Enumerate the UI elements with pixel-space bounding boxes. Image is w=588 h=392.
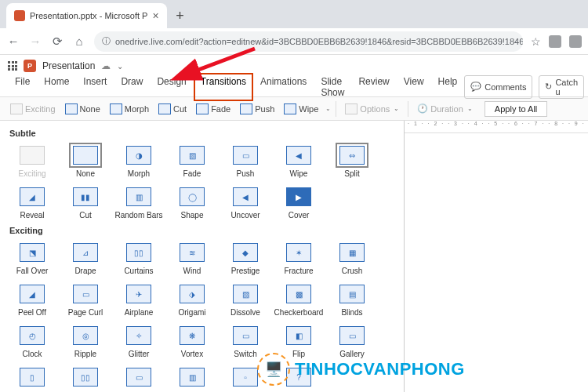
- transition-box[interactable]: ▭Box: [114, 365, 163, 392]
- transition-icon: ⊿: [73, 243, 98, 262]
- app-launcher-icon[interactable]: [8, 61, 17, 71]
- url-field[interactable]: ⓘ onedrive.live.com/edit?action=editnew&…: [94, 31, 523, 52]
- transition-none[interactable]: None: [61, 143, 110, 178]
- menu-help[interactable]: Help: [431, 73, 465, 101]
- transition-flip[interactable]: ◧Flip: [274, 323, 323, 358]
- transition-curtains[interactable]: ▯▯Curtains: [114, 240, 163, 275]
- transition-icon: ◴: [20, 326, 45, 345]
- transition-page-curl[interactable]: ▭Page Curl: [61, 281, 110, 317]
- transition-icon: ▭: [233, 326, 258, 345]
- effect-options-button[interactable]: Options⌄: [341, 102, 403, 116]
- saved-cloud-icon: ☁: [101, 60, 111, 71]
- menu-review[interactable]: Review: [351, 73, 396, 101]
- transition-peel-off[interactable]: ◢Peel Off: [8, 281, 56, 317]
- menu-design[interactable]: Design: [150, 73, 193, 101]
- new-tab-button[interactable]: +: [170, 5, 191, 26]
- menu-animations[interactable]: Animations: [253, 73, 314, 101]
- transition-random[interactable]: ?Random: [274, 365, 323, 392]
- transition-crush[interactable]: ▦Crush: [328, 240, 376, 275]
- back-icon[interactable]: ←: [6, 34, 20, 48]
- site-info-icon[interactable]: ⓘ: [102, 35, 111, 47]
- transition-label: Fall Over: [16, 267, 49, 275]
- transition-cover[interactable]: ▶Cover: [274, 184, 323, 220]
- transition-blinds[interactable]: ▤Blinds: [328, 281, 376, 317]
- transition-label: Drape: [74, 267, 96, 275]
- transition-airplane[interactable]: ✈Airplane: [114, 281, 163, 317]
- comment-icon: 💬: [470, 82, 481, 92]
- transition-label: Shape: [181, 211, 204, 220]
- apply-to-all-button[interactable]: Apply to All: [485, 101, 547, 117]
- close-tab-icon[interactable]: ×: [152, 9, 158, 22]
- transition-prestige[interactable]: ◆Prestige: [221, 240, 270, 275]
- ribbon-transition-push[interactable]: Push: [236, 102, 278, 116]
- transition-clock[interactable]: ◴Clock: [8, 323, 56, 358]
- document-title[interactable]: Presentation: [42, 60, 95, 71]
- transition-shape[interactable]: ◯Shape: [168, 184, 216, 220]
- transition-fade[interactable]: ▧Fade: [168, 143, 216, 178]
- transition-origami[interactable]: ⬗Origami: [168, 281, 216, 317]
- transition-icon: [73, 146, 98, 165]
- transition-icon: ▭: [339, 326, 365, 345]
- transition-drape[interactable]: ⊿Drape: [61, 240, 110, 275]
- transition-checkerboard[interactable]: ▩Checkerboard: [274, 281, 323, 317]
- transition-glitter[interactable]: ✧Glitter: [114, 323, 163, 358]
- clock-icon: 🕐: [417, 103, 428, 114]
- transition-icon: ▭: [73, 285, 98, 303]
- transition-label: Morph: [128, 169, 150, 178]
- horizontal-ruler: · 1 · · 2 · · 3 · · 4 · · 5 · · 6 · · 7 …: [405, 121, 588, 133]
- transition-reveal[interactable]: ◢Reveal: [8, 184, 56, 220]
- catch-up-icon: ↻: [545, 82, 552, 92]
- transition-icon: ✧: [126, 326, 151, 345]
- ribbon-transition-fade[interactable]: Fade: [192, 102, 234, 116]
- transition-cut[interactable]: ▮▮Cut: [61, 184, 110, 220]
- menu-draw[interactable]: Draw: [114, 73, 150, 101]
- transition-split[interactable]: ⇔Split: [328, 143, 376, 178]
- transition-gallery: SubtleExcitingNone◑Morph▧Fade▭Push◀Wipe⇔…: [0, 121, 404, 392]
- menu-file[interactable]: File: [8, 73, 37, 101]
- title-dropdown-icon[interactable]: ⌄: [117, 62, 123, 71]
- bookmark-icon[interactable]: ☆: [531, 35, 541, 48]
- transition-switch[interactable]: ▭Switch: [221, 323, 270, 358]
- transition-zoom[interactable]: ▫Zoom: [221, 365, 270, 392]
- transition-dissolve[interactable]: ▨Dissolve: [221, 281, 270, 317]
- reload-icon[interactable]: ⟳: [50, 34, 64, 49]
- menu-slide-show[interactable]: Slide Show: [314, 73, 351, 101]
- extension-icon[interactable]: [549, 35, 561, 48]
- browser-tab[interactable]: Presentation.pptx - Microsoft P ×: [6, 3, 167, 28]
- home-icon[interactable]: ⌂: [72, 34, 86, 48]
- transition-exciting[interactable]: Exciting: [8, 143, 56, 178]
- transition-cube[interactable]: ▯Cube: [8, 365, 56, 392]
- gallery-expand-icon[interactable]: ⌄: [325, 105, 331, 112]
- transition-icon: ▶: [286, 187, 311, 206]
- ribbon-transition-none[interactable]: None: [61, 102, 104, 116]
- transition-ripple[interactable]: ◎Ripple: [61, 323, 110, 358]
- menu-view[interactable]: View: [397, 73, 431, 101]
- transition-gallery[interactable]: ▭Gallery: [328, 323, 376, 358]
- transition-icon: ▭: [233, 146, 258, 165]
- duration-control[interactable]: 🕐Duration⌄: [413, 102, 477, 115]
- catch-up-button[interactable]: ↻Catch u: [539, 75, 584, 99]
- ribbon-transition-cut[interactable]: Cut: [154, 102, 191, 116]
- transition-vortex[interactable]: ❋Vortex: [168, 323, 216, 358]
- extension-icon[interactable]: [569, 35, 582, 48]
- transition-icon: ?: [286, 368, 311, 387]
- ribbon-transition-morph[interactable]: Morph: [106, 102, 153, 116]
- transition-uncover[interactable]: ◀Uncover: [221, 184, 270, 220]
- transition-label: Peel Off: [18, 308, 46, 317]
- transition-morph[interactable]: ◑Morph: [114, 143, 163, 178]
- menu-transitions[interactable]: Transitions: [194, 73, 253, 101]
- transition-wipe[interactable]: ◀Wipe: [274, 143, 323, 178]
- transition-random-bars[interactable]: ▥Random Bars: [114, 184, 163, 220]
- transition-wind[interactable]: ≋Wind: [168, 240, 216, 275]
- ribbon-transition-exciting[interactable]: Exciting: [6, 102, 60, 116]
- menu-home[interactable]: Home: [37, 73, 76, 101]
- transition-doors[interactable]: ▯▯Doors: [61, 365, 110, 392]
- section-title: Subtle: [9, 129, 396, 138]
- transition-push[interactable]: ▭Push: [221, 143, 270, 178]
- transition-fall-over[interactable]: ⬔Fall Over: [8, 240, 56, 275]
- ribbon-transition-wipe[interactable]: Wipe: [280, 102, 322, 116]
- transition-fracture[interactable]: ✶Fracture: [274, 240, 323, 275]
- menu-insert[interactable]: Insert: [76, 73, 114, 101]
- transition-comb[interactable]: ▥Comb: [168, 365, 216, 392]
- comments-button[interactable]: 💬Comments: [464, 75, 532, 99]
